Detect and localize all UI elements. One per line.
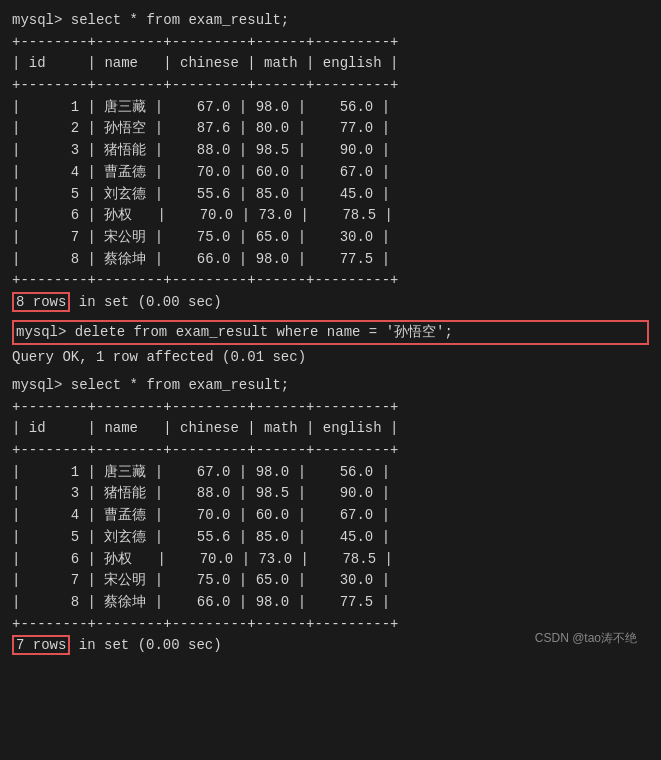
block3-prompt: mysql> select * from exam_result; (12, 375, 649, 397)
block3-sep-top: +--------+--------+---------+------+----… (12, 397, 649, 419)
block3-row-7: | 7 | 宋公明 | 75.0 | 65.0 | 30.0 | (12, 570, 649, 592)
block1-prompt: mysql> select * from exam_result; (12, 10, 649, 32)
block1-section: mysql> select * from exam_result; +-----… (12, 10, 649, 314)
block1-sep-bot: +--------+--------+---------+------+----… (12, 270, 649, 292)
block3-row-3: | 3 | 猪悟能 | 88.0 | 98.5 | 90.0 | (12, 483, 649, 505)
block3-row-4: | 4 | 曹孟德 | 70.0 | 60.0 | 67.0 | (12, 505, 649, 527)
block2-ok: Query OK, 1 row affected (0.01 sec) (12, 347, 649, 369)
block3-sep-mid: +--------+--------+---------+------+----… (12, 440, 649, 462)
block1-row-6: | 6 | 孙权 | 70.0 | 73.0 | 78.5 | (12, 205, 649, 227)
block3-rowcount: 7 rows (12, 635, 70, 655)
block1-row-7: | 7 | 宋公明 | 75.0 | 65.0 | 30.0 | (12, 227, 649, 249)
block3-row-6: | 6 | 孙权 | 70.0 | 73.0 | 78.5 | (12, 549, 649, 571)
block1-sep-top: +--------+--------+---------+------+----… (12, 32, 649, 54)
block1-rowcount: 8 rows (12, 292, 70, 312)
block3-row-8: | 8 | 蔡徐坤 | 66.0 | 98.0 | 77.5 | (12, 592, 649, 614)
block1-row-3: | 3 | 猪悟能 | 88.0 | 98.5 | 90.0 | (12, 140, 649, 162)
block1-row-1: | 1 | 唐三藏 | 67.0 | 98.0 | 56.0 | (12, 97, 649, 119)
block2-cmd: mysql> delete from exam_result where nam… (12, 320, 649, 346)
block1-row-5: | 5 | 刘玄德 | 55.6 | 85.0 | 45.0 | (12, 184, 649, 206)
block2-section: mysql> delete from exam_result where nam… (12, 320, 649, 369)
watermark: CSDN @tao涛不绝 (535, 630, 637, 647)
block3-section: mysql> select * from exam_result; +-----… (12, 375, 649, 657)
block3-rowcount-suffix: in set (0.00 sec) (70, 637, 221, 653)
block1-row-8: | 8 | 蔡徐坤 | 66.0 | 98.0 | 77.5 | (12, 249, 649, 271)
block1-header: | id | name | chinese | math | english | (12, 53, 649, 75)
block1-rowcount-suffix: in set (0.00 sec) (70, 294, 221, 310)
block1-sep-mid: +--------+--------+---------+------+----… (12, 75, 649, 97)
block3-row-1: | 1 | 唐三藏 | 67.0 | 98.0 | 56.0 | (12, 462, 649, 484)
terminal-container: mysql> select * from exam_result; +-----… (12, 10, 649, 657)
block1-row-4: | 4 | 曹孟德 | 70.0 | 60.0 | 67.0 | (12, 162, 649, 184)
block1-row-2: | 2 | 孙悟空 | 87.6 | 80.0 | 77.0 | (12, 118, 649, 140)
block3-row-5: | 5 | 刘玄德 | 55.6 | 85.0 | 45.0 | (12, 527, 649, 549)
block3-header: | id | name | chinese | math | english | (12, 418, 649, 440)
block1-rowcount-line: 8 rows in set (0.00 sec) (12, 292, 649, 314)
